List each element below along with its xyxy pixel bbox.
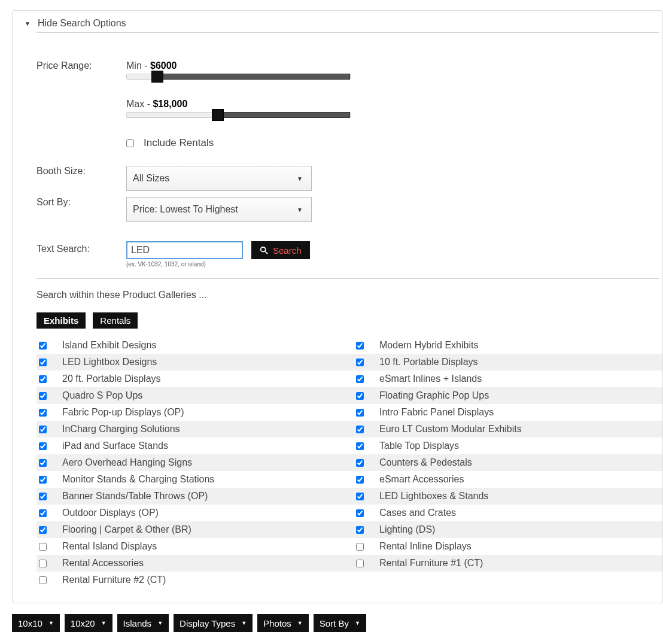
search-button[interactable]: Search: [251, 241, 310, 259]
gallery-checkbox[interactable]: [39, 392, 47, 400]
sort-by-select[interactable]: Price: Lowest To Highest ▼: [126, 197, 312, 222]
footer-filter-button[interactable]: Display Types▼: [174, 614, 253, 632]
gallery-checkbox[interactable]: [39, 459, 47, 467]
gallery-label: Rental Accessories: [62, 558, 144, 569]
gallery-label: InCharg Charging Solutions: [62, 424, 180, 435]
gallery-checkbox[interactable]: [356, 543, 364, 551]
gallery-checkbox[interactable]: [356, 493, 364, 500]
include-rentals-checkbox[interactable]: [126, 139, 134, 147]
gallery-list: Island Exhibit DesignsLED Lightbox Desig…: [37, 337, 663, 588]
caret-down-icon: ▼: [101, 620, 107, 626]
caret-down-icon: ▼: [241, 620, 247, 626]
gallery-checkbox[interactable]: [356, 409, 364, 417]
price-min-label: Min - $6000: [126, 60, 659, 71]
gallery-row: Floating Graphic Pop Ups: [354, 387, 663, 404]
gallery-row: Lighting (DS): [354, 521, 663, 538]
gallery-label: Lighting (DS): [379, 524, 435, 535]
gallery-checkbox[interactable]: [39, 426, 47, 433]
gallery-checkbox[interactable]: [356, 342, 364, 350]
gallery-row: Monitor Stands & Charging Stations: [37, 471, 354, 488]
gallery-checkbox[interactable]: [356, 392, 364, 400]
price-max-slider[interactable]: [126, 112, 351, 118]
gallery-checkbox[interactable]: [39, 493, 47, 500]
gallery-checkbox[interactable]: [356, 359, 364, 366]
tab-exhibits[interactable]: Exhibits: [37, 312, 86, 329]
footer-filter-button[interactable]: Sort By▼: [314, 614, 366, 632]
gallery-label: Rental Furniture #2 (CT): [62, 575, 166, 585]
gallery-row: Counters & Pedestals: [354, 454, 663, 471]
tab-rentals[interactable]: Rentals: [93, 312, 138, 329]
gallery-label: Modern Hybrid Exhibits: [379, 340, 478, 351]
gallery-label: Cases and Crates: [379, 508, 456, 518]
gallery-checkbox[interactable]: [39, 375, 47, 383]
gallery-row: Cases and Crates: [354, 505, 663, 521]
gallery-row: InCharg Charging Solutions: [37, 421, 354, 438]
gallery-row: Island Exhibit Designs: [37, 337, 354, 354]
gallery-checkbox[interactable]: [39, 359, 47, 366]
gallery-label: LED Lightboxes & Stands: [379, 491, 488, 502]
footer-filter-button[interactable]: 10x10▼: [12, 614, 60, 632]
gallery-checkbox[interactable]: [39, 576, 47, 584]
footer-filter-button[interactable]: 10x20▼: [65, 614, 112, 632]
gallery-checkbox[interactable]: [39, 509, 47, 517]
gallery-checkbox[interactable]: [356, 509, 364, 517]
search-icon: [260, 246, 268, 254]
search-options-panel: ▼ Hide Search Options Price Range: Min -…: [12, 10, 663, 603]
footer-filter-button[interactable]: Islands▼: [117, 614, 169, 632]
gallery-row: Outdoor Displays (OP): [37, 505, 354, 521]
disclosure-label: Hide Search Options: [38, 18, 126, 29]
price-max-handle[interactable]: [212, 109, 224, 121]
gallery-label: Floating Graphic Pop Ups: [379, 390, 489, 401]
gallery-label: Banner Stands/Table Throws (OP): [62, 491, 208, 502]
gallery-checkbox[interactable]: [39, 442, 47, 450]
gallery-row: Rental Island Displays: [37, 538, 354, 555]
gallery-row: eSmart Accessories: [354, 471, 663, 488]
divider: [37, 278, 659, 279]
gallery-checkbox[interactable]: [39, 476, 47, 484]
gallery-checkbox[interactable]: [356, 375, 364, 383]
price-max-label: Max - $18,000: [126, 99, 659, 110]
gallery-label: Counters & Pedestals: [379, 457, 472, 468]
gallery-label: eSmart Accessories: [379, 474, 464, 485]
gallery-label: eSmart Inlines + Islands: [379, 373, 482, 384]
gallery-checkbox[interactable]: [39, 560, 47, 567]
booth-size-label: Booth Size:: [37, 166, 126, 191]
price-min-slider[interactable]: [126, 74, 351, 80]
gallery-row: Modern Hybrid Exhibits: [354, 337, 663, 354]
text-search-label: Text Search:: [37, 241, 126, 268]
footer-filter-button[interactable]: Photos▼: [257, 614, 309, 632]
price-range-label: Price Range:: [37, 60, 126, 149]
caret-down-icon: ▼: [297, 620, 303, 626]
gallery-checkbox[interactable]: [39, 526, 47, 534]
gallery-label: Aero Overhead Hanging Signs: [62, 457, 192, 468]
gallery-checkbox[interactable]: [356, 476, 364, 484]
price-min-handle[interactable]: [151, 71, 163, 83]
gallery-row: Table Top Displays: [354, 438, 663, 454]
gallery-label: 10 ft. Portable Displays: [379, 357, 478, 367]
caret-down-icon: ▼: [25, 20, 31, 27]
gallery-row: LED Lightboxes & Stands: [354, 488, 663, 505]
gallery-row: Rental Furniture #2 (CT): [37, 572, 354, 588]
gallery-checkbox[interactable]: [356, 526, 364, 534]
toggle-search-options[interactable]: ▼ Hide Search Options: [37, 18, 659, 33]
footer-filter-bar: 10x10▼10x20▼Islands▼Display Types▼Photos…: [12, 614, 663, 632]
caret-down-icon: ▼: [355, 620, 360, 626]
gallery-checkbox[interactable]: [356, 560, 364, 567]
gallery-checkbox[interactable]: [356, 459, 364, 467]
gallery-label: Island Exhibit Designs: [62, 340, 156, 351]
gallery-row: Rental Inline Displays: [354, 538, 663, 555]
text-search-input[interactable]: [126, 241, 243, 259]
gallery-label: Outdoor Displays (OP): [62, 508, 159, 518]
gallery-checkbox[interactable]: [39, 543, 47, 551]
gallery-checkbox[interactable]: [356, 442, 364, 450]
booth-size-select[interactable]: All Sizes ▼: [126, 166, 312, 191]
gallery-label: Flooring | Carpet & Other (BR): [62, 524, 191, 535]
gallery-row: Fabric Pop-up Displays (OP): [37, 404, 354, 421]
caret-down-icon: ▼: [157, 620, 163, 626]
gallery-checkbox[interactable]: [356, 426, 364, 433]
gallery-row: eSmart Inlines + Islands: [354, 370, 663, 387]
caret-down-icon: ▼: [297, 175, 303, 182]
gallery-checkbox[interactable]: [39, 409, 47, 417]
gallery-checkbox[interactable]: [39, 342, 47, 350]
gallery-label: Fabric Pop-up Displays (OP): [62, 407, 184, 418]
